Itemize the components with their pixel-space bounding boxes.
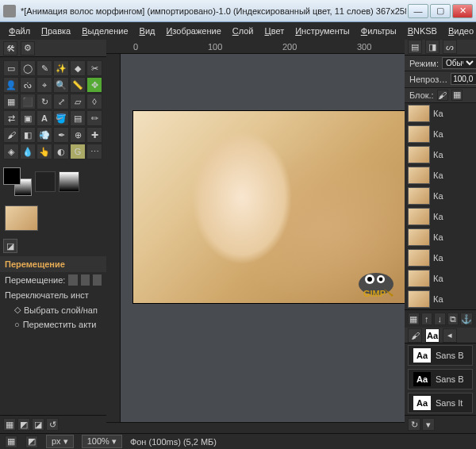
flip-icon[interactable]: ⇄	[3, 110, 19, 126]
left-btn-4-icon[interactable]: ↺	[46, 418, 59, 431]
layer-item[interactable]: Ка	[405, 268, 476, 289]
scrollbar-horizontal[interactable]	[106, 422, 405, 433]
lock-alpha-icon[interactable]: ▦	[451, 90, 463, 101]
move-icon[interactable]: ✥	[86, 77, 102, 93]
image-thumbnail[interactable]	[5, 205, 38, 231]
font-menu-icon[interactable]: ▾	[422, 418, 435, 431]
menu-file[interactable]: Файл	[3, 25, 36, 37]
layer-item[interactable]: Ка	[405, 289, 476, 309]
blur-icon[interactable]: 💧	[20, 144, 36, 159]
scale-icon[interactable]: ⤢	[53, 94, 69, 109]
layers-tab-icon[interactable]: ▤	[408, 40, 422, 54]
menu-select[interactable]: Выделение	[76, 25, 133, 37]
layer-down-icon[interactable]: ↓	[434, 313, 446, 325]
left-btn-1-icon[interactable]: ▦	[3, 418, 16, 431]
foreground-select-icon[interactable]: 👤	[3, 77, 19, 93]
layer-item[interactable]: Ка	[405, 144, 476, 165]
font-item[interactable]: AaSans B	[408, 345, 473, 366]
rect-select-icon[interactable]: ▭	[3, 60, 19, 76]
move-path-icon[interactable]	[93, 274, 102, 286]
lock-pixels-icon[interactable]: 🖌	[437, 90, 448, 101]
fuzzy-select-icon[interactable]: ✨	[53, 60, 69, 76]
bycolor-select-icon[interactable]: ◆	[70, 60, 86, 76]
mode-select[interactable]: Обыч	[442, 57, 476, 69]
measure-icon[interactable]: 📏	[70, 77, 86, 93]
layer-dup-icon[interactable]: ⧉	[447, 313, 459, 325]
ellipse-select-icon[interactable]: ◯	[20, 60, 36, 76]
shear-icon[interactable]: ▱	[70, 94, 86, 109]
radio-move-active[interactable]: ○ Переместить акти	[0, 317, 106, 332]
free-select-icon[interactable]: ✎	[36, 60, 52, 76]
close-button[interactable]: ✕	[452, 4, 473, 18]
blend-icon[interactable]: ▤	[70, 110, 86, 126]
paintbrush-icon[interactable]: 🖌	[3, 127, 19, 143]
menu-bnksb[interactable]: BNKSB	[402, 25, 443, 37]
radio-pick-layer[interactable]: ◇ Выбрать слой/нап	[0, 302, 106, 317]
layer-item[interactable]: Ка	[405, 165, 476, 186]
status-icon[interactable]: ▦	[5, 436, 17, 448]
paths-icon[interactable]: ᔔ	[20, 77, 36, 93]
airbrush-icon[interactable]: 💨	[36, 127, 52, 143]
left-btn-3-icon[interactable]: ◪	[32, 418, 44, 431]
perspective-icon[interactable]: ◊	[86, 94, 102, 109]
zoom-select[interactable]: 100% ▾	[82, 435, 122, 448]
scissors-icon[interactable]: ✂	[86, 60, 102, 76]
gradient-preview[interactable]	[59, 171, 79, 192]
font-item[interactable]: AaSans B	[408, 369, 473, 390]
canvas-area[interactable]: GIMP	[121, 54, 405, 422]
align-icon[interactable]: ▦	[3, 94, 19, 109]
menu-color[interactable]: Цвет	[259, 25, 290, 37]
crop-icon[interactable]: ⬛	[20, 94, 36, 109]
layer-new-icon[interactable]: ▦	[408, 313, 420, 325]
menu-layer[interactable]: Слой	[227, 25, 259, 37]
menu-edit[interactable]: Правка	[36, 25, 76, 37]
layer-item[interactable]: Ка	[405, 103, 476, 124]
cage-icon[interactable]: ▣	[20, 110, 36, 126]
status-icon2[interactable]: ◩	[25, 436, 38, 448]
toolopt-tab[interactable]: ⚙	[21, 41, 35, 56]
bucket-icon[interactable]: 🪣	[53, 110, 69, 126]
layer-anchor-icon[interactable]: ⚓	[460, 313, 473, 325]
clone-icon[interactable]: ⊕	[70, 127, 86, 143]
dodge-icon[interactable]: ◐	[53, 144, 69, 159]
gegl-icon[interactable]: G	[70, 144, 86, 159]
layer-item[interactable]: Ка	[405, 227, 476, 248]
opacity-input[interactable]	[451, 73, 476, 85]
menu-filters[interactable]: Фильтры	[355, 25, 402, 37]
extra-tool-icon[interactable]: ⋯	[86, 144, 102, 159]
layer-item[interactable]: Ка	[405, 124, 476, 144]
toolbox-tab[interactable]: 🛠	[3, 41, 17, 56]
colorpicker-icon[interactable]: ⌖	[36, 77, 52, 93]
canvas[interactable]: GIMP	[133, 111, 405, 303]
dock-menu-icon[interactable]: ◪	[3, 239, 17, 253]
rotate-icon[interactable]: ↻	[36, 94, 52, 109]
layer-up-icon[interactable]: ↑	[421, 313, 433, 325]
heal-icon[interactable]: ✚	[86, 127, 102, 143]
maximize-button[interactable]: ▢	[430, 4, 451, 18]
text-icon[interactable]: A	[36, 110, 52, 126]
layer-item[interactable]: Ка	[405, 206, 476, 227]
smudge-icon[interactable]: 👆	[36, 144, 52, 159]
fonts-tab[interactable]: Aa	[425, 328, 440, 343]
unit-select[interactable]: px ▾	[46, 435, 74, 448]
zoom-icon[interactable]: 🔍	[53, 77, 69, 93]
menu-image[interactable]: Изображение	[160, 25, 226, 37]
eraser-icon[interactable]: ◧	[20, 127, 36, 143]
brushes-tab-icon[interactable]: 🖌	[408, 328, 422, 343]
font-item[interactable]: AaSans It	[408, 393, 473, 413]
layer-item[interactable]: Ка	[405, 186, 476, 206]
font-refresh-icon[interactable]: ↻	[408, 418, 420, 431]
pencil-icon[interactable]: ✏	[86, 110, 102, 126]
layer-item[interactable]: Ка	[405, 248, 476, 268]
fg-bg-swatch[interactable]	[3, 167, 32, 196]
left-btn-2-icon[interactable]: ◩	[17, 418, 30, 431]
perspective-clone-icon[interactable]: ◈	[3, 144, 19, 159]
channels-tab-icon[interactable]: ◨	[425, 40, 440, 54]
move-sel-icon[interactable]	[81, 274, 90, 286]
menu-tools[interactable]: Инструменты	[290, 25, 355, 37]
ink-icon[interactable]: ✒	[53, 127, 69, 143]
fonts-menu-icon[interactable]: ◂	[443, 328, 457, 343]
minimize-button[interactable]: —	[408, 4, 428, 18]
menu-video[interactable]: Видео	[443, 25, 476, 37]
brush-preview[interactable]	[35, 171, 56, 192]
